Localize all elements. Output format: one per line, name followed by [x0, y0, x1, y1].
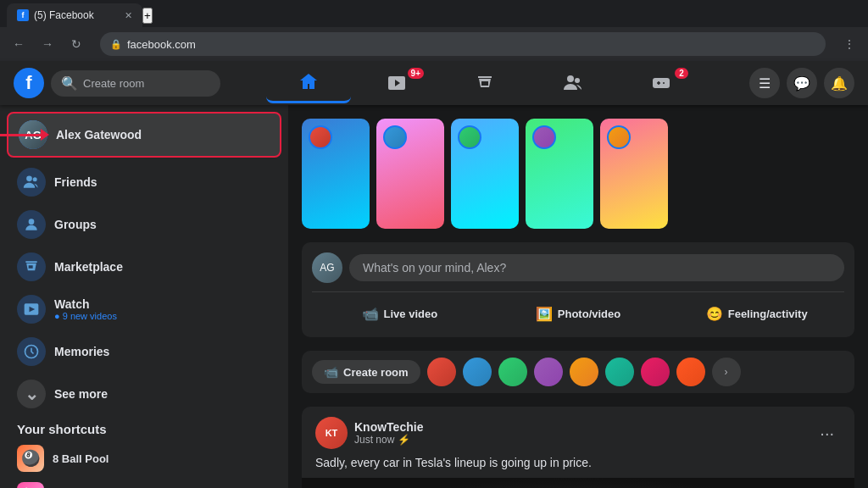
- sidebar-item-see-more[interactable]: ⌄ See more: [7, 373, 281, 415]
- stories-row: [302, 119, 854, 229]
- create-room-label: Create room: [343, 366, 409, 379]
- post-text-input[interactable]: What's on your mind, Alex?: [349, 254, 844, 281]
- sidebar-item-memories[interactable]: Memories: [7, 330, 281, 373]
- watch-label: Watch: [54, 297, 117, 311]
- post-text: Sadly, every car in Tesla's lineup is go…: [302, 456, 854, 478]
- nav-home-button[interactable]: [266, 63, 351, 103]
- verified-icon: ⚡: [398, 434, 410, 446]
- marketplace-icon: [17, 252, 46, 281]
- nav-center: 9+ 2: [266, 63, 704, 103]
- room-icon: 📹: [324, 365, 338, 379]
- create-room-button[interactable]: 📹 Create room: [312, 360, 420, 384]
- reload-button[interactable]: ↻: [64, 32, 88, 56]
- gaming-badge: 2: [675, 68, 688, 79]
- photo-video-button[interactable]: 🖼️ Photo/video: [491, 301, 666, 327]
- address-text: facebook.com: [127, 38, 196, 51]
- svg-point-3: [575, 78, 580, 83]
- svg-point-2: [567, 75, 574, 82]
- photo-icon: 🖼️: [536, 306, 553, 322]
- search-input[interactable]: [83, 77, 202, 90]
- sidebar-item-watch[interactable]: Watch ● 9 new videos: [7, 288, 281, 330]
- memories-label: Memories: [54, 345, 109, 358]
- tesla-image: T: [302, 478, 854, 488]
- story-avatar-4: [532, 125, 556, 149]
- nav-right: ☰ 💬 🔔: [749, 68, 854, 98]
- candy-icon: 🍬: [17, 482, 44, 488]
- facebook-logo: f: [14, 68, 44, 98]
- post-more-button[interactable]: ···: [813, 420, 841, 446]
- friend-bubble-3[interactable]: [498, 358, 527, 386]
- main-feed: AG What's on your mind, Alex? 📹 Live vid…: [288, 105, 868, 488]
- menu-button[interactable]: ☰: [749, 68, 780, 98]
- create-post-box: AG What's on your mind, Alex? 📹 Live vid…: [302, 242, 854, 337]
- search-icon: 🔍: [61, 75, 78, 92]
- watch-badge: 9+: [408, 68, 424, 79]
- friend-bubble-5[interactable]: [570, 358, 598, 386]
- friend-bubble-2[interactable]: [463, 358, 492, 386]
- address-bar[interactable]: 🔒 facebook.com: [100, 32, 826, 56]
- story-2[interactable]: [376, 119, 444, 229]
- nav-gaming-button[interactable]: 2: [619, 63, 704, 103]
- lock-icon: 🔒: [110, 39, 122, 50]
- notifications-button[interactable]: 🔔: [824, 68, 854, 98]
- facebook-tab[interactable]: f (5) Facebook ✕: [7, 3, 142, 27]
- shortcut-8ball[interactable]: 🎱 8 Ball Pool: [7, 440, 281, 477]
- tab-favicon: f: [17, 9, 29, 21]
- extensions-button[interactable]: ⋮: [837, 32, 861, 56]
- new-tab-button[interactable]: +: [142, 8, 153, 24]
- sidebar-item-friends[interactable]: Friends: [7, 161, 281, 203]
- shortcuts-header: Your shortcuts: [7, 415, 281, 440]
- arrow-line: [0, 134, 41, 136]
- friend-bubble-8[interactable]: [676, 358, 705, 386]
- friends-icon: [17, 168, 46, 197]
- story-5[interactable]: [600, 119, 668, 229]
- arrow-indicator: [0, 129, 49, 141]
- more-friends-button[interactable]: ›: [712, 358, 741, 386]
- friend-bubble-7[interactable]: [641, 358, 670, 386]
- feeling-button[interactable]: 😊 Feeling/activity: [669, 301, 844, 327]
- back-button[interactable]: ←: [7, 32, 31, 56]
- sidebar-item-marketplace[interactable]: Marketplace: [7, 246, 281, 288]
- see-more-icon: ⌄: [17, 380, 46, 408]
- feeling-icon: 😊: [706, 306, 723, 322]
- nav-marketplace-button[interactable]: [442, 63, 527, 103]
- story-avatar-5: [607, 125, 631, 149]
- topnav: f 🔍 9+ 2 ☰: [0, 61, 868, 105]
- story-3[interactable]: [451, 119, 519, 229]
- post-meta: Just now ⚡: [354, 434, 806, 446]
- marketplace-label: Marketplace: [54, 260, 123, 274]
- svg-rect-4: [653, 78, 670, 88]
- live-video-button[interactable]: 📹 Live video: [312, 301, 487, 327]
- post-user-avatar: AG: [312, 252, 342, 283]
- tab-close-button[interactable]: ✕: [125, 10, 132, 21]
- user-item-wrapper: AG Alex Gatewood: [7, 112, 281, 158]
- see-more-label: See more: [54, 387, 108, 401]
- post-input-row: AG What's on your mind, Alex?: [312, 252, 844, 283]
- feeling-label: Feeling/activity: [728, 308, 808, 320]
- arrow-head: [41, 129, 49, 141]
- main-body: AG Alex Gatewood Friends Groups: [0, 105, 868, 488]
- story-4[interactable]: [526, 119, 593, 229]
- story-avatar-2: [383, 125, 407, 149]
- post-image: T: [302, 478, 854, 488]
- friend-bubble-6[interactable]: [605, 358, 634, 386]
- nav-watch-button[interactable]: 9+: [354, 63, 439, 103]
- forward-button[interactable]: →: [36, 32, 59, 56]
- browser-chrome: f (5) Facebook ✕ + ← → ↻ 🔒 facebook.com …: [0, 0, 868, 61]
- watch-icon: [17, 295, 46, 324]
- post-author-name: KnowTechie: [354, 420, 806, 434]
- svg-rect-11: [302, 478, 854, 488]
- messenger-button[interactable]: 💬: [787, 68, 817, 98]
- friend-bubble-1[interactable]: [427, 358, 456, 386]
- friend-bubble-4[interactable]: [534, 358, 563, 386]
- story-1[interactable]: [302, 119, 370, 229]
- story-avatar-1: [309, 125, 332, 149]
- search-bar[interactable]: 🔍: [51, 70, 220, 97]
- sidebar-item-groups[interactable]: Groups: [7, 203, 281, 246]
- photo-label: Photo/video: [558, 308, 620, 320]
- post-card: KT KnowTechie Just now ⚡ ··· Sadly, ever…: [302, 407, 854, 488]
- browser-controls: ← → ↻ 🔒 facebook.com ⋮: [0, 27, 868, 61]
- nav-groups-button[interactable]: [531, 63, 615, 103]
- live-icon: 📹: [362, 306, 379, 322]
- shortcut-candy[interactable]: 🍬 Candy Crush Saga: [7, 477, 281, 488]
